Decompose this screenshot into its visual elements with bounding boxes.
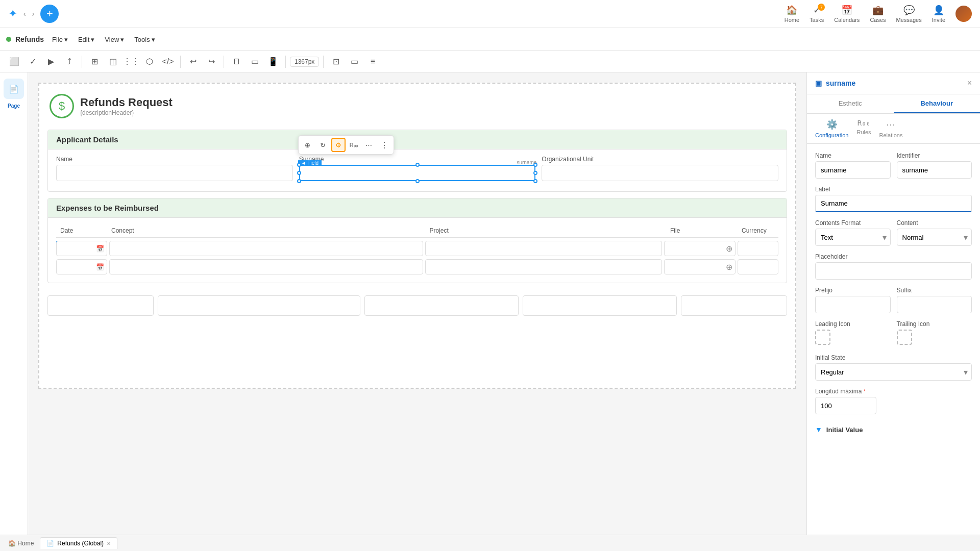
- panel-close-button[interactable]: ×: [967, 79, 972, 88]
- subtab-relations[interactable]: ⋯ Relations: [879, 119, 903, 138]
- undo-btn[interactable]: ↩: [185, 54, 201, 70]
- float-rules[interactable]: R₀₀: [347, 138, 361, 152]
- bottom-input-1[interactable]: [47, 295, 154, 316]
- float-config[interactable]: ⚙: [331, 138, 346, 152]
- calendar-icon-2: 📅: [96, 263, 104, 271]
- menu-view[interactable]: View▾: [101, 34, 128, 45]
- name-field-group: Name: [56, 156, 293, 181]
- initial-value-collapsible[interactable]: ▼ Initial Value: [815, 421, 972, 438]
- format-select[interactable]: Text Number Date Email: [815, 229, 891, 246]
- run-btn[interactable]: ▶: [43, 54, 59, 70]
- layers-btn[interactable]: ◫: [105, 54, 121, 70]
- bottom-input-2[interactable]: [158, 295, 360, 316]
- leading-icon-box[interactable]: [815, 330, 830, 345]
- longitud-input[interactable]: [815, 397, 876, 414]
- desktop-btn[interactable]: 🖥: [228, 54, 244, 70]
- org-input[interactable]: [542, 165, 778, 181]
- flow-btn[interactable]: ⬡: [141, 54, 158, 70]
- bottom-tab-refunds[interactable]: 📄 Refunds (Global) ✕: [40, 537, 117, 549]
- save-btn[interactable]: ⬜: [6, 54, 22, 70]
- resize-handle-tm[interactable]: [415, 163, 420, 167]
- content-select[interactable]: Normal Read Only Hidden: [897, 229, 972, 246]
- surname-label: Surname: [299, 156, 536, 163]
- page-btn[interactable]: 📄: [4, 79, 24, 99]
- nav-cases[interactable]: 💼 Cases: [870, 5, 886, 23]
- currency-input-2[interactable]: [738, 259, 778, 274]
- grid-btn[interactable]: ⊞: [86, 54, 103, 70]
- page-icon: 📄: [9, 84, 19, 94]
- menu-tools[interactable]: Tools▾: [130, 34, 159, 45]
- prefijo-input[interactable]: [815, 296, 891, 313]
- bottom-home-btn[interactable]: 🏠 Home: [4, 538, 38, 549]
- resize-handle-br[interactable]: [533, 179, 537, 183]
- subtab-configuration[interactable]: ⚙️ Configuration: [815, 119, 848, 138]
- tree-btn[interactable]: ⋮⋮: [123, 54, 139, 70]
- resize-handle-bm[interactable]: [415, 179, 420, 183]
- applicant-section: Applicant Details Name ⊕: [47, 130, 787, 192]
- applicant-section-header: Applicant Details: [48, 130, 787, 149]
- bottom-input-3[interactable]: [364, 295, 519, 316]
- panel-title-icon: ▣: [815, 79, 822, 87]
- canvas-area[interactable]: $ Refunds Request {descriptionHeader} Ap…: [28, 72, 806, 535]
- nav-home[interactable]: 🏠 Home: [785, 5, 799, 23]
- identifier-input-panel[interactable]: [897, 161, 972, 179]
- currency-input-1[interactable]: [738, 241, 778, 256]
- nav-calendars[interactable]: 📅 Calendars: [834, 5, 860, 23]
- panel-header: ▣ surname ×: [807, 72, 980, 94]
- redo-btn[interactable]: ↪: [203, 54, 219, 70]
- tablet-btn[interactable]: ▭: [247, 54, 263, 70]
- project-input-2[interactable]: [425, 259, 662, 274]
- toolbar-menu: File▾ Edit▾ View▾ Tools▾: [48, 34, 159, 45]
- float-move[interactable]: ⊕: [301, 138, 315, 152]
- file-input-2[interactable]: [664, 259, 736, 274]
- sep2: [180, 56, 181, 68]
- nav-back[interactable]: ‹: [23, 10, 26, 18]
- trailing-icon-box[interactable]: [897, 330, 912, 345]
- name-group: Name: [815, 152, 891, 179]
- resize-handle-ml[interactable]: [297, 171, 301, 175]
- th-project: Project: [425, 227, 666, 234]
- bottom-input-5[interactable]: [681, 295, 787, 316]
- float-more[interactable]: ⋮: [377, 138, 391, 152]
- float-refresh[interactable]: ↻: [316, 138, 330, 152]
- concept-input-1[interactable]: [109, 241, 423, 256]
- add-button[interactable]: +: [40, 5, 59, 23]
- resize-handle-tr[interactable]: [533, 163, 537, 167]
- name-input-panel[interactable]: [815, 161, 891, 179]
- code-btn[interactable]: </>: [160, 54, 176, 70]
- file-input-1[interactable]: [664, 241, 736, 256]
- menu-edit[interactable]: Edit▾: [74, 34, 99, 45]
- check-btn[interactable]: ✓: [24, 54, 41, 70]
- nav-invite[interactable]: 👤 Invite: [932, 5, 945, 23]
- nav-messages[interactable]: 💬 Messages: [896, 5, 922, 23]
- subtab-rules[interactable]: R₀₀ Rules: [856, 119, 871, 138]
- layout-btn[interactable]: ⊡: [328, 54, 344, 70]
- surname-wrapper: ◄ Field surname: [299, 165, 536, 181]
- resize-handle-tl[interactable]: [297, 163, 301, 167]
- project-input-1[interactable]: [425, 241, 662, 256]
- float-relations[interactable]: ⋯: [362, 138, 376, 152]
- settings-btn[interactable]: ≡: [364, 54, 381, 70]
- export-btn[interactable]: ⤴: [61, 54, 78, 70]
- tab-behaviour[interactable]: Behaviour: [894, 94, 981, 113]
- resize-handle-mr[interactable]: [533, 171, 537, 175]
- placeholder-label: Placeholder: [815, 253, 972, 260]
- menu-file[interactable]: File▾: [48, 34, 72, 45]
- panel-btn[interactable]: ▭: [346, 54, 362, 70]
- initial-state-select[interactable]: Regular Required Optional Disabled: [815, 363, 972, 381]
- name-label-panel: Name: [815, 152, 891, 159]
- placeholder-input[interactable]: [815, 262, 972, 280]
- name-input[interactable]: [56, 165, 293, 181]
- concept-input-2[interactable]: [109, 259, 423, 274]
- mobile-btn[interactable]: 📱: [265, 54, 281, 70]
- tab-esthetic[interactable]: Esthetic: [807, 94, 894, 113]
- file-td-2: ⊕: [664, 259, 736, 274]
- resize-handle-bl[interactable]: [297, 179, 301, 183]
- label-input-panel[interactable]: [815, 195, 972, 212]
- user-avatar[interactable]: [955, 6, 972, 22]
- nav-forward[interactable]: ›: [32, 10, 35, 18]
- bottom-input-4[interactable]: [523, 295, 677, 316]
- nav-tasks[interactable]: ✓ Tasks 7: [810, 5, 824, 23]
- tab-close-btn[interactable]: ✕: [107, 541, 111, 546]
- suffix-input[interactable]: [897, 296, 972, 313]
